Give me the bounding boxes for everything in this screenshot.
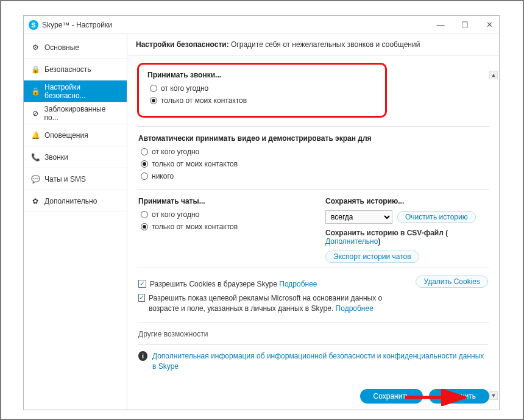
window-title: Skype™ - Настройки: [42, 21, 112, 29]
lock-icon: 🔒: [31, 87, 40, 96]
delete-cookies-button[interactable]: Удалить Cookies: [416, 276, 488, 288]
privacy-info-link[interactable]: Дополнительная информация об информацион…: [152, 351, 488, 372]
gear-icon: ⚙: [31, 43, 40, 52]
radio-label: никого: [152, 172, 174, 180]
sidebar-item-advanced[interactable]: ✿ Дополнительно: [24, 190, 127, 212]
sidebar-item-label: Основные: [44, 43, 79, 52]
chats-radio-anyone[interactable]: от кого угодно: [141, 210, 301, 219]
calls-radio-anyone[interactable]: от кого угодно: [150, 84, 377, 93]
sidebar-item-label: Звонки: [44, 153, 68, 162]
radio-label: от кого угодно: [161, 84, 208, 93]
cookies-label: Разрешить Cookies в браузере Skype: [150, 280, 277, 288]
sidebar-item-security-settings[interactable]: 🔒 Настройки безопасно...: [24, 80, 127, 102]
sidebar: ⚙ Основные 🔒 Безопасность 🔒 Настройки бе…: [24, 34, 127, 410]
cookies-checkbox[interactable]: ✓: [138, 280, 146, 288]
calls-radio-contacts[interactable]: только от моих контактов: [150, 96, 377, 105]
gear-icon: ✿: [31, 197, 40, 205]
sidebar-item-label: Дополнительно: [44, 197, 97, 205]
page-header: Настройки безопасности: Оградите себя от…: [127, 34, 499, 55]
sidebar-item-label: Заблокированные по...: [44, 105, 119, 122]
cookies-more-link[interactable]: Подробнее: [279, 280, 317, 288]
chats-title: Принимать чаты...: [138, 197, 301, 205]
sidebar-item-label: Безопасность: [44, 65, 91, 74]
sidebar-item-label: Чаты и SMS: [44, 175, 86, 183]
radio-label: от кого угодно: [152, 148, 199, 156]
radio-label: только от моих контактов: [161, 96, 247, 105]
page-header-bold: Настройки безопасности:: [136, 40, 229, 49]
chats-radio-contacts[interactable]: только от моих контактов: [141, 222, 301, 231]
clear-history-button[interactable]: Очистить историю: [397, 211, 476, 223]
history-title: Сохранять историю...: [325, 197, 488, 205]
buttons-bar: Сохранить Отменить: [127, 383, 499, 410]
radio-selected-icon: [141, 223, 148, 230]
chat-icon: 💬: [31, 175, 40, 183]
blocked-icon: ⊘: [31, 109, 40, 118]
sidebar-item-notifications[interactable]: 🔔 Оповещения: [24, 124, 127, 146]
history-select[interactable]: всегда: [325, 210, 392, 224]
radio-icon: [141, 211, 148, 218]
ads-more-link[interactable]: Подробнее: [336, 304, 374, 313]
sidebar-item-label: Оповещения: [44, 131, 88, 140]
radio-icon: [150, 85, 157, 92]
phone-icon: 📞: [31, 153, 40, 162]
radio-label: от кого угодно: [152, 210, 199, 219]
radio-label: только от моих контактов: [152, 160, 238, 168]
csv-advanced-link[interactable]: Дополнительно: [325, 237, 378, 246]
sidebar-item-label: Настройки безопасно...: [44, 83, 119, 100]
accept-calls-title: Принимать звонки...: [147, 71, 377, 79]
titlebar: S Skype™ - Настройки — ☐ ✕: [24, 16, 499, 34]
ads-checkbox[interactable]: ✓: [138, 294, 145, 302]
cancel-button[interactable]: Отменить: [429, 389, 489, 404]
sidebar-item-general[interactable]: ⚙ Основные: [24, 37, 127, 59]
outer-frame: S Skype™ - Настройки — ☐ ✕ ⚙ Основные 🔒 …: [0, 0, 524, 420]
page-header-text: Оградите себя от нежелательных звонков и…: [231, 40, 420, 49]
content-pane: Настройки безопасности: Оградите себя от…: [127, 34, 499, 410]
video-radio-contacts[interactable]: только от моих контактов: [141, 160, 488, 168]
sidebar-item-calls[interactable]: 📞 Звонки: [24, 146, 127, 168]
radio-label: только от моих контактов: [152, 222, 238, 231]
export-history-button[interactable]: Экспорт истории чатов: [325, 251, 419, 263]
radio-icon: [141, 173, 148, 180]
minimize-button[interactable]: —: [436, 20, 445, 29]
sidebar-item-security[interactable]: 🔒 Безопасность: [24, 59, 127, 80]
close-button[interactable]: ✕: [484, 20, 494, 29]
radio-selected-icon: [150, 97, 157, 104]
video-radio-none[interactable]: никого: [141, 172, 488, 180]
maximize-button[interactable]: ☐: [460, 20, 470, 29]
lock-icon: 🔒: [31, 65, 40, 74]
settings-window: S Skype™ - Настройки — ☐ ✕ ⚙ Основные 🔒 …: [23, 15, 500, 410]
skype-logo-icon: S: [29, 20, 38, 30]
radio-icon: [141, 148, 148, 155]
radio-selected-icon: [141, 160, 148, 168]
sidebar-item-blocked[interactable]: ⊘ Заблокированные по...: [24, 102, 127, 124]
sidebar-item-chats[interactable]: 💬 Чаты и SMS: [24, 168, 127, 190]
other-title: Другие возможности: [138, 330, 488, 338]
video-radio-anyone[interactable]: от кого угодно: [141, 148, 488, 156]
video-title: Автоматически принимать видео и демонстр…: [138, 134, 488, 143]
save-button[interactable]: Сохранить: [360, 389, 423, 404]
csv-row: Сохранить историю в CSV-файл ( Дополните…: [325, 229, 488, 246]
bell-icon: 🔔: [31, 131, 40, 140]
csv-label: Сохранить историю в CSV-файл (: [325, 229, 448, 237]
accept-calls-group-highlight: Принимать звонки... от кого угодно тольк…: [137, 63, 387, 118]
info-icon: i: [138, 351, 147, 361]
